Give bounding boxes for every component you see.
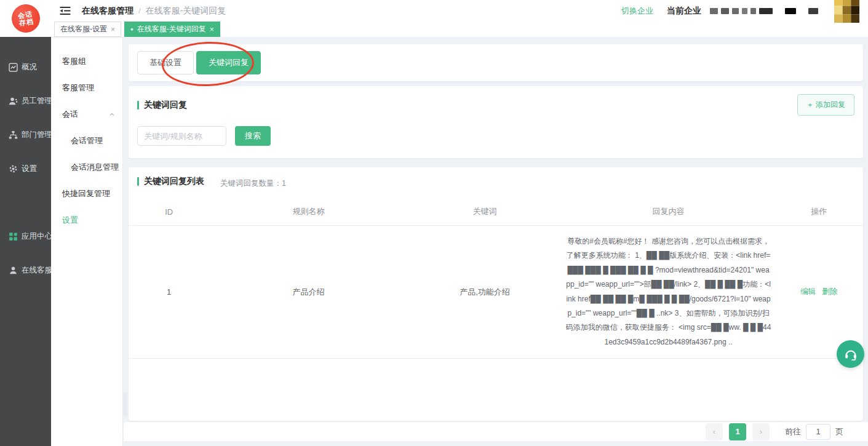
submenu-label: 客服组 [62, 56, 86, 67]
sidebar-item-settings[interactable]: 设置 [0, 152, 51, 186]
tab-online-service-settings[interactable]: 在线客服-设置 × [54, 22, 121, 37]
logo-circle[interactable]: 会话 存档 [10, 2, 42, 34]
collapse-sidebar-icon[interactable] [60, 6, 71, 15]
sidebar-item-overview[interactable]: 概况 [0, 50, 51, 84]
sidebar-item-staff[interactable]: 员工管理 [0, 84, 51, 118]
submenu-label: 客服管理 [62, 82, 94, 94]
app-center-icon [9, 232, 18, 241]
sidebar-spacer [0, 186, 51, 220]
submenu-label: 会话 [62, 109, 78, 120]
cell-reply-content: 尊敬的#会员昵称#您好！ 感谢您咨询，您可以点击根据需求，了解更多系统功能： 1… [564, 232, 772, 352]
tab-label: 在线客服-关键词回复 [137, 24, 206, 34]
submenu-item-settings[interactable]: 设置 [51, 207, 122, 233]
green-bar-icon [137, 177, 139, 186]
app-logo: 会话 存档 [0, 0, 51, 37]
sidebar-item-label: 应用中心 [22, 231, 52, 242]
page-unit-label: 页 [835, 426, 843, 437]
sidebar-item-label: 设置 [22, 164, 37, 174]
secondary-sidebar: 客服组 客服管理 会话 会话管理 会话消息管理 快捷回复管理 设置 [51, 37, 123, 446]
column-header-reply-content: 回复内容 [562, 199, 774, 226]
edit-link[interactable]: 编辑 [800, 287, 816, 296]
submenu-label: 设置 [62, 215, 78, 226]
goto-label: 前往 [785, 426, 801, 437]
column-header-id: ID [129, 199, 209, 226]
section-title: 关键词回复 [137, 100, 187, 111]
cell-actions: 编辑删除 [775, 226, 863, 359]
switch-company-link[interactable]: 切换企业 [621, 6, 653, 17]
company-name-redacted [710, 8, 818, 14]
goto-page-input[interactable] [806, 424, 830, 440]
submenu-label: 快捷回复管理 [62, 188, 110, 199]
customer-service-float-button[interactable] [837, 340, 864, 368]
column-header-actions: 操作 [775, 199, 863, 226]
tab-keyword-reply[interactable]: ● 在线客服-关键词回复 × [124, 22, 220, 37]
submenu-item-quick-reply-management[interactable]: 快捷回复管理 [51, 180, 122, 207]
content-scrollbar[interactable] [123, 392, 127, 416]
column-header-keyword: 关键词 [408, 199, 562, 226]
cell-keywords: 产品,功能介绍 [408, 226, 562, 359]
breadcrumb-row: 在线客服管理 / 在线客服-关键词回复 切换企业 当前企业 [51, 0, 868, 22]
keyword-reply-list-card: 关键词回复列表 关键词回复数量：1 ID 规则名称 关键词 回复内容 操作 [129, 167, 863, 421]
sidebar-item-label: 部门管理 [22, 130, 52, 140]
sidebar-item-label: 概况 [22, 62, 37, 73]
submenu-item-session[interactable]: 会话 [51, 101, 122, 127]
logo-line2: 存档 [18, 17, 34, 26]
main-sidebar: 概况 员工管理 部门管理 设置 [0, 37, 51, 446]
next-page-button[interactable]: › [752, 423, 770, 440]
trend-chart-icon [9, 63, 18, 72]
breadcrumb-root[interactable]: 在线客服管理 [82, 6, 133, 17]
sidebar-item-online-service[interactable]: 在线客服 [0, 253, 51, 287]
keyword-reply-search-card: 关键词回复 ＋ 添加回复 搜索 [129, 86, 863, 158]
delete-link[interactable]: 删除 [822, 287, 837, 296]
prev-page-button[interactable]: ‹ [706, 423, 723, 440]
list-title: 关键词回复列表 [137, 176, 204, 187]
submenu-item-session-management[interactable]: 会话管理 [51, 127, 122, 154]
table-row: 1 产品介绍 产品,功能介绍 尊敬的#会员昵称#您好！ 感谢您咨询，您可以点击根… [129, 226, 863, 359]
tab-close-icon[interactable]: × [111, 25, 115, 34]
cell-id: 1 [129, 226, 209, 359]
keyword-reply-table: ID 规则名称 关键词 回复内容 操作 1 产品介绍 产品,功能介绍 尊敬的#会… [129, 199, 863, 359]
cell-rule-name: 产品介绍 [209, 226, 407, 359]
table-header-row: ID 规则名称 关键词 回复内容 操作 [129, 199, 863, 226]
section-title-text: 关键词回复 [144, 100, 187, 111]
gear-icon [9, 164, 18, 173]
breadcrumb-separator: / [138, 6, 141, 15]
settings-tab-card: 基础设置 关键词回复 [129, 44, 863, 81]
page-1-button[interactable]: 1 [729, 423, 746, 440]
pagination-bar: ‹ 1 › 前往 页 [124, 422, 868, 441]
staff-icon [9, 97, 18, 106]
main-content: 基础设置 关键词回复 关键词回复 ＋ 添加回复 搜索 关键词回复列表 [123, 37, 868, 446]
sidebar-item-label: 员工管理 [22, 96, 52, 106]
tab-close-icon[interactable]: × [210, 25, 214, 34]
reply-count-label: 关键词回复数量：1 [220, 178, 286, 189]
column-header-rule-name: 规则名称 [209, 199, 407, 226]
breadcrumb-current: 在线客服-关键词回复 [146, 6, 226, 17]
list-title-text: 关键词回复列表 [144, 176, 204, 187]
tab-label: 在线客服-设置 [60, 24, 107, 34]
add-reply-button[interactable]: ＋ 添加回复 [797, 94, 854, 116]
org-tree-icon [9, 130, 18, 140]
sidebar-item-app-center[interactable]: 应用中心 [0, 220, 51, 253]
submenu-label: 会话消息管理 [71, 162, 119, 173]
submenu-item-service-groups[interactable]: 客服组 [51, 48, 122, 74]
submenu-item-session-message-management[interactable]: 会话消息管理 [51, 154, 122, 180]
keyword-search-input[interactable] [137, 126, 226, 146]
active-dot-icon: ● [130, 27, 133, 32]
submenu-label: 会话管理 [71, 135, 103, 146]
sidebar-item-label: 在线客服 [22, 265, 52, 276]
current-company-label: 当前企业 [667, 6, 701, 17]
top-bar: 会话 存档 在线客服管理 / 在线客服-关键词回复 切换企业 当前企业 [0, 0, 868, 37]
sidebar-item-departments[interactable]: 部门管理 [0, 118, 51, 152]
headset-icon [843, 347, 858, 362]
search-button[interactable]: 搜索 [235, 126, 271, 146]
submenu-item-service-management[interactable]: 客服管理 [51, 74, 122, 101]
chevron-up-icon [109, 111, 115, 117]
open-tabs-bar: 在线客服-设置 × ● 在线客服-关键词回复 × [51, 22, 868, 37]
agent-icon [9, 266, 18, 275]
basic-settings-button[interactable]: 基础设置 [137, 51, 194, 74]
avatar[interactable] [834, 0, 859, 23]
keyword-reply-button[interactable]: 关键词回复 [196, 51, 261, 74]
green-bar-icon [137, 101, 139, 110]
